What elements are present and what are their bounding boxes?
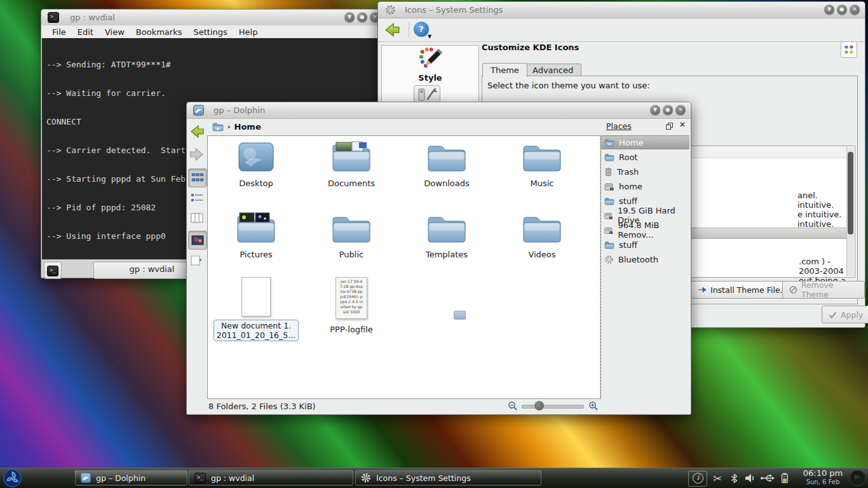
music-folder-icon [522,141,562,174]
terminal-icon: >_ [48,12,59,23]
task-system-settings[interactable]: Icons – System Settings [355,470,541,485]
toolbar-separator [409,22,409,37]
split-add-icon [191,255,203,267]
plasma-cashew-icon[interactable] [849,470,866,487]
system-settings-window-title: Icons – System Settings [405,5,503,15]
maximize-icon[interactable]: ● [357,12,367,22]
sidebar-item-style[interactable]: Style [382,46,478,81]
places-item-trash[interactable]: Trash [601,165,689,179]
dolphin-toolbar [187,119,207,398]
usb-icon[interactable] [760,473,775,484]
split-view-button[interactable] [188,252,206,270]
menu-view[interactable]: View [99,27,130,37]
clock[interactable]: 06:10 pm Sun, 6 Feb [799,469,846,487]
details-view-button[interactable] [188,189,206,207]
apply-button[interactable]: Apply [822,306,868,323]
places-item-home-partition[interactable]: home [601,179,689,193]
gear-icon [361,473,371,483]
minimize-icon[interactable]: ▼ [344,12,355,22]
menu-bookmarks[interactable]: Bookmarks [130,27,188,37]
file-item[interactable]: Templates [399,212,494,259]
new-tab-button[interactable]: >_ [44,262,62,279]
icons-view-button[interactable] [188,168,207,187]
file-item[interactable]: Videos [494,212,590,259]
remove-theme-button[interactable]: Remove Theme [782,281,865,299]
forward-button[interactable] [188,146,206,163]
dolphin-window-title: gp – Dolphin [214,105,265,115]
task-dolphin[interactable]: gp – Dolphin [75,470,187,485]
file-item-selected[interactable]: New document 1. 2011_01_20_16_5... [208,277,304,341]
volume-icon[interactable] [745,473,756,484]
scrollbar-thumb[interactable] [848,152,853,234]
icons-view-icon [191,173,204,183]
file-item[interactable]: Jan 17 09:4 7:18 gp-Asp ire-5738 pp pd[1… [304,277,399,334]
checkmark-icon [829,311,837,318]
terminal-icon: >_ [194,473,206,484]
close-icon[interactable]: ✕ [850,4,860,15]
file-item[interactable]: Pictures [208,212,304,259]
preview-button[interactable] [188,231,207,250]
breadcrumb-separator: › [227,123,231,131]
float-panel-icon[interactable] [666,123,673,130]
menu-help[interactable]: Help [233,27,264,37]
maximize-icon[interactable]: ● [663,105,673,115]
konsole-titlebar[interactable]: >_ gp : wvdial ▼ ● ✕ [41,10,385,26]
dolphin-titlebar[interactable]: gp – Dolphin ▼ ● ✕ [187,102,691,119]
home-folder-icon[interactable] [212,122,224,132]
tab-theme[interactable]: Theme [482,63,527,77]
file-item[interactable]: Music [494,141,590,188]
places-item-root[interactable]: Root [601,150,689,164]
menu-settings[interactable]: Settings [187,27,233,37]
documents-folder-icon [331,141,372,174]
document-icon [241,277,271,316]
file-item[interactable]: Public [304,212,399,259]
trash-icon [604,167,613,177]
battery-icon[interactable] [780,473,789,484]
back-arrow-icon[interactable] [383,22,401,38]
chevron-down-icon[interactable]: ▼ [428,34,431,39]
minimize-icon[interactable]: ▼ [824,4,834,15]
file-item[interactable]: Desktop [208,141,304,188]
bluetooth-icon[interactable] [731,473,738,484]
import-arrow-icon [698,286,707,294]
klipper-scissors-icon[interactable]: ✂ [713,473,722,484]
zoom-in-icon[interactable] [588,401,599,411]
desktop: >_ gp : wvdial ▼ ● ✕ File Edit View Book… [0,0,868,488]
slider-handle[interactable] [534,401,544,410]
menu-file[interactable]: File [46,27,72,37]
help-icon[interactable]: ? [414,22,429,37]
file-item[interactable]: Downloads [399,141,494,188]
slider-track[interactable] [522,405,584,409]
launcher-icon[interactable] [3,469,22,487]
status-text: 8 Folders, 2 Files (3.3 KiB) [208,402,316,411]
menu-edit[interactable]: Edit [72,27,99,37]
folder-view[interactable]: Desktop Documents Downloads [207,135,601,399]
folder-icon [604,197,614,205]
maximize-icon[interactable]: ● [837,4,847,15]
columns-view-button[interactable] [188,209,206,227]
info-icon[interactable]: i [693,473,703,484]
zoom-out-icon[interactable] [508,401,518,411]
system-settings-titlebar[interactable]: Icons – System Settings ▼ ● ✕ [378,2,865,18]
list-scrollbar[interactable] [846,147,854,276]
forward-arrow-icon [189,147,205,162]
back-button[interactable] [188,123,206,140]
places-item-home[interactable]: Home [601,135,689,149]
minimize-icon[interactable]: ▼ [650,105,660,115]
no-entry-icon [789,285,797,294]
file-item[interactable]: Documents [304,141,399,188]
breadcrumb-home[interactable]: Home [234,122,261,132]
zoom-slider[interactable] [522,405,584,409]
dolphin-app-icon [81,473,91,483]
close-panel-icon[interactable]: ✕ [679,120,686,129]
pictures-folder-icon [236,212,276,245]
install-theme-button[interactable]: Install Theme File... [691,281,795,299]
places-item-stuff-2[interactable]: stuff [601,238,689,252]
places-item-removable[interactable]: 964.8 MiB Remov... [601,223,689,237]
logfile-preview-icon: Jan 17 09:4 7:18 gp-Asp ire-5738 pp pd[1… [336,277,367,319]
close-icon[interactable]: ✕ [675,105,686,115]
places-item-bluetooth[interactable]: Bluetooth [601,252,689,266]
konsole-window-title: gp : wvdial [70,13,115,22]
tab-advanced[interactable]: Advanced [524,64,581,76]
task-konsole[interactable]: >_ gp : wvdial [189,470,353,485]
